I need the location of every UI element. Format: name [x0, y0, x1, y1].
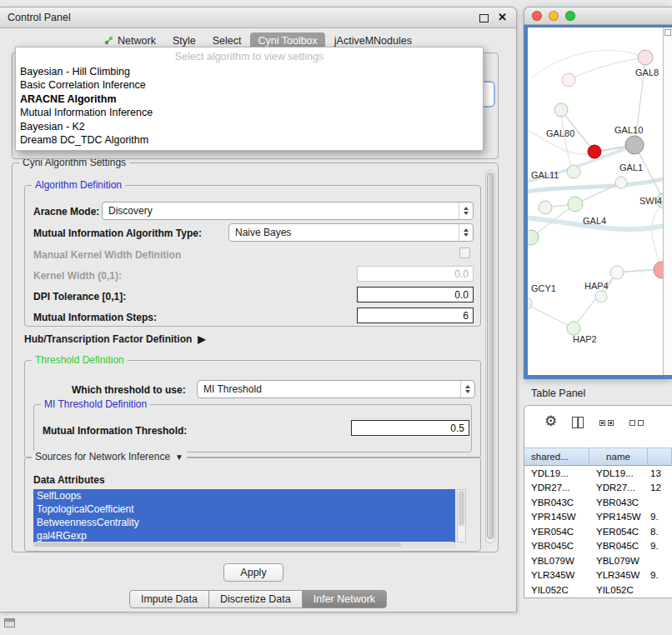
table-cell: 9.	[648, 570, 672, 580]
birds-eye-toggle[interactable]	[664, 29, 671, 36]
attribute-selfloops[interactable]: SelfLoops	[33, 489, 455, 502]
table-row[interactable]: YDL19...YDL19...13	[524, 466, 672, 481]
float-window-button[interactable]	[479, 14, 489, 22]
mi-threshold-group: MI Threshold Definition Mutual Informati…	[33, 404, 472, 452]
network-canvas[interactable]: GAL8GAL80GAL10GAL11GAL1SWI4GAL4GCY1HAP4Y…	[528, 28, 663, 375]
hub-definition-toggle[interactable]: Hub/Transcription Factor Definition ▶	[24, 333, 206, 345]
algorithm-dropdown-placeholder: Select algorithm to view settings	[16, 48, 483, 65]
table-cell: YDR27...	[524, 482, 589, 492]
mi-threshold-title: MI Threshold Definition	[41, 398, 150, 410]
settings-scrollbar[interactable]	[485, 170, 495, 543]
network-edge	[569, 58, 645, 80]
table-cell: YBR043C	[524, 498, 589, 508]
network-node-gal4[interactable]	[568, 197, 583, 212]
gear-icon[interactable]: ⚙	[544, 412, 557, 430]
attribute-topologicalcoefficient[interactable]: TopologicalCoefficient	[33, 502, 455, 516]
table-cell: YER054C	[524, 527, 589, 537]
table-row[interactable]: YIL052CYIL052C	[524, 582, 672, 598]
table-cell: YBL079W	[589, 556, 648, 566]
select-columns-icon[interactable]	[599, 420, 614, 426]
network-node-hap4[interactable]	[595, 291, 607, 302]
node-label-gal80: GAL80	[546, 128, 574, 138]
table-cell: YLR345W	[524, 570, 589, 580]
column-header-shared[interactable]: shared...	[524, 448, 589, 465]
tab-label: jActiveMNodules	[334, 35, 412, 47]
network-node-gal8[interactable]	[638, 50, 653, 65]
table-row[interactable]: YLR345WYLR345W9.	[524, 568, 672, 583]
aracne-mode-select[interactable]: Discovery	[102, 202, 474, 220]
network-node[interactable]	[539, 201, 552, 214]
network-node-gal80[interactable]	[554, 103, 568, 117]
mi-steps-input[interactable]	[357, 308, 474, 323]
dpi-tolerance-input[interactable]	[357, 287, 474, 302]
network-node-gal1[interactable]	[615, 177, 627, 188]
attributes-scrollbar-thumb[interactable]	[459, 491, 464, 526]
mi-threshold-label: Mutual Information Threshold:	[43, 425, 187, 437]
network-node[interactable]	[528, 230, 539, 245]
network-edge	[532, 51, 645, 78]
table-cell: YIL052C	[524, 585, 589, 595]
table-row[interactable]: YBR045CYBR045C9.	[524, 539, 672, 554]
attribute-betweennesscentrality[interactable]: BetweennessCentrality	[33, 516, 455, 529]
minimize-light[interactable]	[549, 11, 559, 21]
algorithm-option-bayesian-hill-climbing[interactable]: Bayesian - Hill Climbing	[16, 65, 483, 78]
network-node-y[interactable]	[654, 262, 663, 278]
sources-title-row[interactable]: Sources for Network Inference ▼	[32, 451, 187, 462]
algorithm-option-mutual-information-inference[interactable]: Mutual Information Inference	[16, 106, 483, 119]
mi-type-select[interactable]: Naive Bayes	[228, 223, 474, 242]
sources-group: Sources for Network Inference ▼ Data Att…	[24, 457, 481, 552]
table-cell: YDR27...	[589, 482, 648, 492]
algorithm-option-bayesian-k2[interactable]: Bayesian - K2	[16, 120, 483, 133]
zoom-light[interactable]	[565, 11, 575, 21]
mi-type-value: Naive Bayes	[229, 227, 459, 238]
network-scrollbar[interactable]	[663, 28, 672, 375]
algorithm-dropdown-popup: Select algorithm to view settings Bayesi…	[15, 47, 484, 151]
mi-type-label: Mutual Information Algorithm Type:	[33, 228, 202, 239]
attributes-vertical-scrollbar[interactable]	[457, 489, 466, 542]
table-row[interactable]: YBL079WYBL079W	[524, 553, 672, 568]
network-node-hap2[interactable]	[567, 322, 580, 335]
network-node[interactable]	[562, 73, 575, 87]
table-row[interactable]: YER054CYER054C8.	[524, 524, 672, 539]
network-node-gcy1[interactable]	[528, 297, 532, 310]
attributes-hscrollbar-thumb[interactable]	[34, 542, 401, 547]
column-header-name[interactable]: name	[589, 448, 648, 465]
manual-kernel-checkbox[interactable]	[459, 248, 470, 258]
network-node-gal11[interactable]	[567, 165, 580, 178]
table-cell: YPR145W	[589, 512, 648, 522]
table-cell: YBR045C	[589, 541, 648, 551]
network-node[interactable]	[625, 136, 644, 154]
apply-button[interactable]: Apply	[223, 563, 283, 582]
expand-right-icon: ▶	[198, 333, 205, 345]
dpi-tolerance-label: DPI Tolerance [0,1]:	[33, 291, 126, 302]
column-layout-icon[interactable]	[572, 417, 584, 428]
bottom-tab-infer-network[interactable]: Infer Network	[302, 590, 387, 608]
table-row[interactable]: YDR27...YDR27...12	[524, 481, 672, 496]
tab-label: Style	[173, 35, 196, 47]
kernel-width-input[interactable]	[357, 266, 474, 282]
table-row[interactable]: YPR145WYPR145W9.	[524, 510, 672, 525]
which-threshold-select[interactable]: MI Threshold	[197, 380, 475, 398]
attribute-gal4rgexp[interactable]: gal4RGexp	[33, 529, 455, 542]
algorithm-option-dream8-dc-tdc-algorithm[interactable]: Dream8 DC_TDC Algorithm	[16, 133, 483, 147]
network-view-window: GAL8GAL80GAL10GAL11GAL1SWI4GAL4GCY1HAP4Y…	[524, 7, 672, 379]
minimized-panel-icon[interactable]	[4, 618, 15, 628]
algorithm-option-basic-correlation-inference[interactable]: Basic Correlation Inference	[16, 78, 483, 92]
combo-arrows-icon	[460, 381, 474, 398]
table-cell: YDL19...	[524, 468, 589, 478]
network-node[interactable]	[610, 266, 624, 279]
settings-scrollbar-thumb[interactable]	[487, 172, 494, 539]
close-light[interactable]	[532, 11, 542, 21]
attributes-horizontal-scrollbar[interactable]	[33, 542, 455, 548]
network-node-gal10[interactable]	[588, 145, 601, 158]
network-canvas-svg[interactable]: GAL8GAL80GAL10GAL11GAL1SWI4GAL4GCY1HAP4Y…	[528, 28, 663, 375]
table-row[interactable]: YBR043CYBR043C	[524, 495, 672, 510]
bottom-tab-discretize-data[interactable]: Discretize Data	[208, 590, 303, 608]
deselect-columns-icon[interactable]	[629, 420, 644, 426]
algorithm-option-aracne-algorithm[interactable]: ARACNE Algorithm	[16, 92, 483, 106]
mi-threshold-input[interactable]	[351, 420, 469, 436]
node-label-gal10: GAL10	[614, 125, 643, 135]
bottom-tab-impute-data[interactable]: Impute Data	[129, 590, 209, 608]
column-header-2[interactable]	[648, 448, 672, 465]
close-panel-button[interactable]: ✕	[498, 11, 507, 23]
